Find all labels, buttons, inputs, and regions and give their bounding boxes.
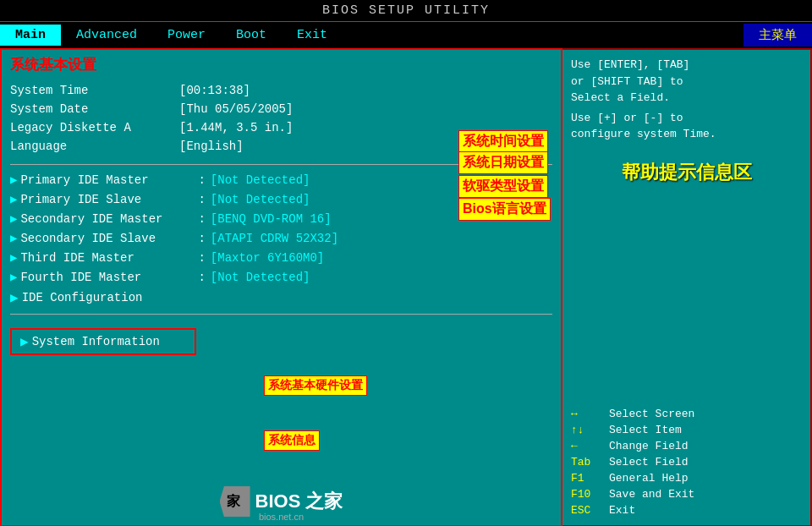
help-line-1: or [SHIFT TAB] to bbox=[571, 74, 802, 90]
primary-ide-slave-value: [Not Detected] bbox=[211, 193, 310, 206]
cn-annotation-language: Bios语言设置 bbox=[458, 198, 551, 221]
secondary-ide-master-label: Secondary IDE Master bbox=[20, 212, 198, 226]
shortcut-desc-change-field: Change Field bbox=[609, 440, 689, 452]
arrow-icon: ▶ bbox=[10, 211, 17, 226]
shortcut-select-field: Tab Select Field bbox=[571, 454, 802, 470]
watermark-sub: bios.net.cn bbox=[259, 512, 304, 522]
third-ide-master-label: Third IDE Master bbox=[20, 251, 198, 265]
cn-big-label: 帮助提示信息区 bbox=[571, 160, 802, 185]
shortcut-key-f1: F1 bbox=[571, 472, 609, 485]
primary-ide-master-value: [Not Detected] bbox=[211, 173, 310, 187]
watermark-text: BIOS 之家 bbox=[255, 489, 343, 514]
shortcut-general-help: F1 General Help bbox=[571, 470, 802, 486]
shortcut-key-left: ← bbox=[571, 440, 609, 452]
cn-annotation-sysinfo: 系统信息 bbox=[264, 430, 320, 451]
shortcuts-list: ↔ Select Screen ↑↓ Select Item ← Change … bbox=[571, 406, 802, 518]
help-text: Use [ENTER], [TAB] or [SHIFT TAB] to Sel… bbox=[571, 57, 802, 143]
system-time-label: System Time bbox=[10, 84, 179, 97]
third-ide-master-row[interactable]: ▶ Third IDE Master : [Maxtor 6Y160M0] bbox=[10, 248, 552, 267]
fourth-ide-master-value: [Not Detected] bbox=[211, 271, 310, 284]
arrow-icon: ▶ bbox=[10, 192, 17, 206]
right-panel: Use [ENTER], [TAB] or [SHIFT TAB] to Sel… bbox=[562, 48, 812, 526]
ide-configuration-row[interactable]: ▶ IDE Configuration bbox=[10, 287, 552, 309]
primary-ide-slave-label: Primary IDE Slave bbox=[20, 193, 198, 206]
shortcut-desc-select-screen: Select Screen bbox=[609, 408, 694, 420]
title-text: BIOS SETUP UTILITY bbox=[322, 3, 490, 18]
shortcut-desc-save-exit: Save and Exit bbox=[609, 488, 694, 501]
menu-item-main[interactable]: Main bbox=[0, 25, 61, 46]
legacy-diskette-value: [1.44M, 3.5 in.] bbox=[179, 121, 293, 134]
menu-item-exit[interactable]: Exit bbox=[282, 25, 343, 46]
system-date-row[interactable]: System Date [Thu 05/05/2005] bbox=[10, 100, 552, 118]
cn-annotation-hw: 系统基本硬件设置 bbox=[264, 375, 367, 396]
title-bar: BIOS SETUP UTILITY bbox=[0, 0, 812, 22]
menu-bar: Main Advanced Power Boot Exit 主菜单 bbox=[0, 22, 812, 48]
arrow-icon: ▶ bbox=[10, 289, 19, 306]
help-line-0: Use [ENTER], [TAB] bbox=[571, 57, 802, 74]
arrow-icon: ▶ bbox=[20, 333, 29, 350]
cn-annotation-time: 系统时间设置 bbox=[458, 130, 548, 153]
cn-annotation-date: 系统日期设置 bbox=[458, 151, 548, 174]
shortcut-change-field: ← Change Field bbox=[571, 438, 802, 454]
arrow-icon: ▶ bbox=[10, 173, 17, 187]
system-date-label: System Date bbox=[10, 102, 179, 116]
system-date-value: [Thu 05/05/2005] bbox=[179, 102, 293, 116]
shortcut-key-updown: ↑↓ bbox=[571, 424, 609, 436]
primary-ide-master-label: Primary IDE Master bbox=[20, 173, 198, 187]
section-title: 系统基本设置 bbox=[10, 55, 552, 74]
sys-info-label: System Information bbox=[32, 335, 160, 348]
shortcut-desc-select-item: Select Item bbox=[609, 424, 682, 436]
sys-info-row: ▶ System Information bbox=[20, 333, 186, 350]
third-ide-master-value: [Maxtor 6Y160M0] bbox=[211, 251, 324, 265]
legacy-diskette-label: Legacy Diskette A bbox=[10, 121, 179, 134]
shortcut-key-arrows: ↔ bbox=[571, 408, 609, 420]
system-information-box[interactable]: ▶ System Information bbox=[10, 328, 196, 355]
shortcut-save-exit: F10 Save and Exit bbox=[571, 486, 802, 502]
shortcut-desc-esc: Exit bbox=[609, 504, 635, 517]
secondary-ide-slave-label: Secondary IDE Slave bbox=[20, 232, 198, 245]
language-label: Language bbox=[10, 140, 179, 153]
help-line-4: Use [+] or [-] to bbox=[571, 110, 802, 127]
secondary-ide-slave-value: [ATAPI CDRW 52X32] bbox=[211, 232, 338, 245]
shortcut-key-esc: ESC bbox=[571, 504, 609, 517]
shortcut-desc-general-help: General Help bbox=[609, 472, 689, 485]
system-time-value: [00:13:38] bbox=[179, 84, 250, 97]
shortcut-esc: ESC Exit bbox=[571, 502, 802, 518]
cn-annotation-diskette: 软驱类型设置 bbox=[458, 175, 548, 198]
left-panel: 系统基本设置 System Time [00:13:38] System Dat… bbox=[0, 48, 562, 526]
menu-item-boot[interactable]: Boot bbox=[221, 25, 282, 46]
help-line-2: Select a Field. bbox=[571, 90, 802, 107]
ide-config-label: IDE Configuration bbox=[22, 291, 200, 304]
divider2 bbox=[10, 314, 552, 315]
menu-item-power[interactable]: Power bbox=[152, 25, 221, 46]
language-value: [English] bbox=[179, 140, 244, 153]
arrow-icon: ▶ bbox=[10, 231, 17, 245]
help-line-5: configure system Time. bbox=[571, 126, 802, 143]
menu-right-label: 主菜单 bbox=[743, 24, 812, 47]
shortcut-select-screen: ↔ Select Screen bbox=[571, 406, 802, 422]
shortcut-select-item: ↑↓ Select Item bbox=[571, 422, 802, 438]
secondary-ide-master-value: [BENQ DVD-ROM 16] bbox=[211, 212, 332, 226]
arrow-icon: ▶ bbox=[10, 270, 17, 284]
system-time-row[interactable]: System Time [00:13:38] bbox=[10, 81, 552, 100]
arrow-icon: ▶ bbox=[10, 250, 17, 265]
fourth-ide-master-label: Fourth IDE Master bbox=[20, 271, 198, 284]
shortcut-key-f10: F10 bbox=[571, 488, 609, 501]
menu-item-advanced[interactable]: Advanced bbox=[61, 25, 152, 46]
secondary-ide-slave-row[interactable]: ▶ Secondary IDE Slave : [ATAPI CDRW 52X3… bbox=[10, 228, 552, 248]
main-layout: 系统基本设置 System Time [00:13:38] System Dat… bbox=[0, 48, 812, 526]
fourth-ide-master-row[interactable]: ▶ Fourth IDE Master : [Not Detected] bbox=[10, 267, 552, 287]
shortcut-desc-select-field: Select Field bbox=[609, 456, 689, 468]
shortcut-key-tab: Tab bbox=[571, 456, 609, 468]
